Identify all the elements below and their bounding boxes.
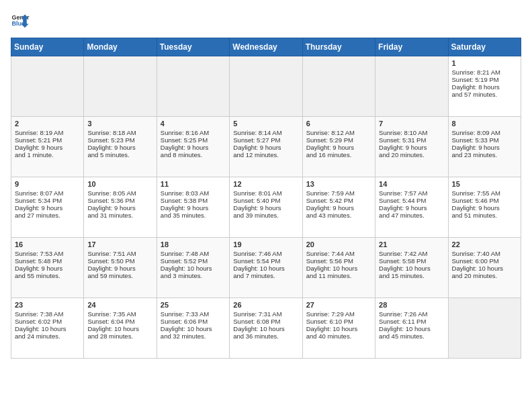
day-content: Sunset: 5:25 PM (161, 136, 226, 144)
day-content: and 20 minutes. (452, 272, 517, 279)
day-content: and 36 minutes. (233, 332, 298, 340)
day-content: Daylight: 10 hours (306, 265, 371, 272)
day-number: 9 (15, 180, 80, 188)
day-content: and 47 minutes. (379, 212, 444, 219)
day-number: 10 (87, 180, 152, 188)
day-header-thursday: Thursday (302, 38, 375, 56)
calendar-cell: 26Sunrise: 7:31 AMSunset: 6:08 PMDayligh… (230, 298, 302, 359)
day-content: Daylight: 9 hours (15, 265, 80, 272)
day-content: Daylight: 9 hours (452, 144, 517, 151)
day-number: 17 (87, 240, 152, 248)
day-content: Daylight: 9 hours (306, 144, 371, 151)
day-content: Sunrise: 7:35 AM (87, 310, 152, 318)
day-number: 2 (15, 120, 80, 128)
day-content: Daylight: 9 hours (379, 204, 444, 212)
day-content: Sunrise: 8:07 AM (15, 189, 80, 197)
day-content: Sunset: 5:31 PM (379, 136, 444, 144)
day-number: 19 (233, 240, 298, 248)
day-content: Daylight: 9 hours (15, 144, 80, 151)
day-content: and 12 minutes. (233, 151, 298, 158)
calendar-cell: 14Sunrise: 7:57 AMSunset: 5:44 PMDayligh… (375, 177, 448, 238)
day-number: 15 (452, 180, 517, 188)
day-content: and 5 minutes. (87, 151, 152, 158)
day-content: Daylight: 10 hours (233, 265, 298, 272)
day-number: 18 (161, 240, 226, 248)
day-content: Sunset: 6:08 PM (233, 318, 298, 325)
day-content: Sunrise: 7:57 AM (379, 189, 444, 197)
day-content: Sunset: 5:40 PM (233, 197, 298, 204)
calendar-cell: 18Sunrise: 7:48 AMSunset: 5:52 PMDayligh… (157, 238, 229, 298)
day-content: Daylight: 10 hours (379, 325, 444, 332)
day-content: Daylight: 9 hours (233, 204, 298, 212)
day-number: 24 (87, 301, 152, 309)
day-content: Sunrise: 8:09 AM (452, 129, 517, 136)
day-content: Daylight: 9 hours (379, 144, 444, 151)
day-content: Daylight: 9 hours (452, 204, 517, 212)
calendar-cell: 19Sunrise: 7:46 AMSunset: 5:54 PMDayligh… (230, 238, 302, 298)
day-content: Sunset: 5:27 PM (233, 136, 298, 144)
day-number: 21 (379, 240, 444, 248)
calendar-cell: 20Sunrise: 7:44 AMSunset: 5:56 PMDayligh… (302, 238, 375, 298)
calendar-cell (11, 56, 84, 117)
day-content: Sunset: 6:00 PM (452, 257, 517, 265)
day-content: Sunset: 5:50 PM (87, 257, 152, 265)
day-number: 16 (15, 240, 80, 248)
day-content: Sunrise: 7:51 AM (87, 250, 152, 257)
calendar-cell: 25Sunrise: 7:33 AMSunset: 6:06 PMDayligh… (157, 298, 229, 359)
calendar-cell: 6Sunrise: 8:12 AMSunset: 5:29 PMDaylight… (302, 117, 375, 177)
day-header-saturday: Saturday (448, 38, 521, 56)
day-content: Daylight: 9 hours (233, 144, 298, 151)
day-content: and 1 minute. (15, 151, 80, 158)
calendar-cell: 8Sunrise: 8:09 AMSunset: 5:33 PMDaylight… (448, 117, 521, 177)
day-content: Daylight: 9 hours (161, 204, 226, 212)
calendar-cell: 27Sunrise: 7:29 AMSunset: 6:10 PMDayligh… (302, 298, 375, 359)
day-number: 25 (161, 301, 226, 309)
day-content: and 27 minutes. (15, 212, 80, 219)
day-number: 3 (87, 120, 152, 128)
day-number: 23 (15, 301, 80, 309)
calendar-header-row: SundayMondayTuesdayWednesdayThursdayFrid… (11, 38, 521, 56)
day-content: Sunset: 5:38 PM (161, 197, 226, 204)
day-content: Sunrise: 7:42 AM (379, 250, 444, 257)
day-content: Sunrise: 8:10 AM (379, 129, 444, 136)
day-content: Sunrise: 8:05 AM (87, 189, 152, 197)
day-content: Daylight: 9 hours (15, 204, 80, 212)
calendar-cell: 5Sunrise: 8:14 AMSunset: 5:27 PMDaylight… (230, 117, 302, 177)
day-content: Sunrise: 8:21 AM (452, 68, 517, 76)
day-content: Sunset: 6:11 PM (379, 318, 444, 325)
day-content: and 24 minutes. (15, 332, 80, 340)
day-content: Daylight: 9 hours (306, 204, 371, 212)
day-content: Sunset: 6:02 PM (15, 318, 80, 325)
day-content: Sunrise: 7:48 AM (161, 250, 226, 257)
calendar-cell: 2Sunrise: 8:19 AMSunset: 5:21 PMDaylight… (11, 117, 84, 177)
day-content: Daylight: 9 hours (87, 144, 152, 151)
day-content: Sunset: 5:54 PM (233, 257, 298, 265)
day-content: Sunset: 6:06 PM (161, 318, 226, 325)
calendar-cell: 3Sunrise: 8:18 AMSunset: 5:23 PMDaylight… (84, 117, 157, 177)
day-content: Sunrise: 8:03 AM (161, 189, 226, 197)
day-content: Daylight: 9 hours (87, 204, 152, 212)
day-content: Sunrise: 7:40 AM (452, 250, 517, 257)
day-content: Daylight: 10 hours (379, 265, 444, 272)
day-content: and 39 minutes. (233, 212, 298, 219)
calendar-cell: 7Sunrise: 8:10 AMSunset: 5:31 PMDaylight… (375, 117, 448, 177)
day-content: and 55 minutes. (15, 272, 80, 279)
day-content: Daylight: 9 hours (161, 144, 226, 151)
day-header-tuesday: Tuesday (157, 38, 229, 56)
day-content: Sunrise: 7:26 AM (379, 310, 444, 318)
day-header-sunday: Sunday (11, 38, 84, 56)
day-content: and 11 minutes. (306, 272, 371, 279)
calendar-cell (375, 56, 448, 117)
day-content: and 3 minutes. (161, 272, 226, 279)
day-content: Sunset: 5:46 PM (452, 197, 517, 204)
day-number: 11 (161, 180, 226, 188)
calendar-table: SundayMondayTuesdayWednesdayThursdayFrid… (11, 38, 521, 359)
day-content: Sunset: 5:29 PM (306, 136, 371, 144)
day-content: Sunrise: 7:31 AM (233, 310, 298, 318)
calendar-week-row: 2Sunrise: 8:19 AMSunset: 5:21 PMDaylight… (11, 117, 521, 177)
day-content: and 7 minutes. (233, 272, 298, 279)
day-content: and 35 minutes. (161, 212, 226, 219)
day-content: Daylight: 9 hours (87, 265, 152, 272)
day-content: Sunrise: 7:38 AM (15, 310, 80, 318)
day-number: 6 (306, 120, 371, 128)
